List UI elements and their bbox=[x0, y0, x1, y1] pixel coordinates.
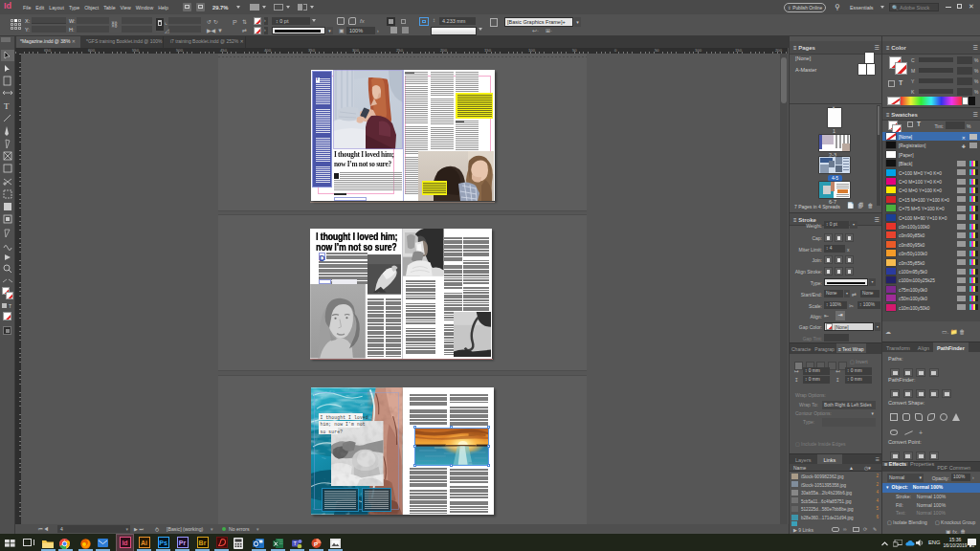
svg-text:T: T bbox=[4, 101, 10, 111]
svg-text:P: P bbox=[314, 540, 318, 546]
